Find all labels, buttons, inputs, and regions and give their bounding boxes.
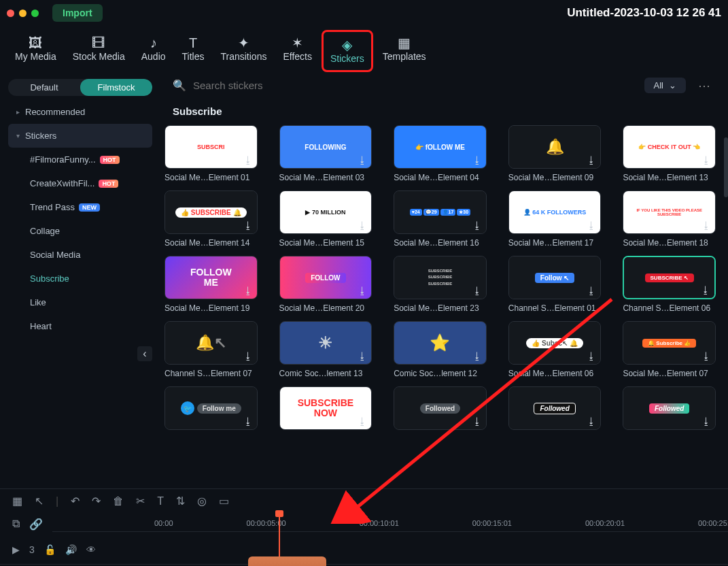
sticker-item[interactable]: ◆FOLLOW⭳Social Me…Element 20: [279, 256, 372, 313]
sticker-item[interactable]: ◆FOLLOWING⭳Social Me…Element 03: [279, 125, 372, 182]
download-icon[interactable]: ⭳: [701, 416, 711, 427]
download-icon[interactable]: ⭳: [587, 154, 596, 165]
sticker-thumb[interactable]: ◆👉 fOLLOW ME⭳: [394, 125, 487, 169]
sticker-item[interactable]: ◆SUBSCRIBESUBSCRIBESUBSCRIBE⭳Social Me…E…: [394, 256, 487, 313]
sticker-thumb[interactable]: ◆FOLLOWING⭳: [279, 125, 372, 169]
sticker-item[interactable]: ◆Followed⭳: [623, 386, 716, 434]
download-icon[interactable]: ⭳: [701, 154, 711, 165]
sticker-thumb[interactable]: ◆⭐⭳: [394, 321, 487, 365]
sticker-item[interactable]: ◆🐦Follow me⭳: [164, 386, 258, 434]
sidebar-item-subscribe[interactable]: Subscribe: [8, 267, 152, 290]
sticker-item[interactable]: ◆🔔 Subscribe 👍⭳Social Me…Element 07: [623, 321, 716, 378]
sidebar-item-social-media[interactable]: Social Media: [8, 243, 152, 267]
sidebar-item-trend-pass[interactable]: Trend PassNEW: [8, 195, 152, 219]
layout-icon[interactable]: ▦: [12, 495, 22, 507]
sticker-thumb[interactable]: ◆IF YOU LIKE THIS VIDEO PLEASE SUBSCRIBE…: [623, 190, 716, 234]
sticker-item[interactable]: ◆FOLLOWME⭳Social Me…Element 19: [164, 256, 258, 313]
minimize-icon[interactable]: [19, 10, 27, 17]
download-icon[interactable]: ⭳: [701, 284, 710, 295]
sticker-item[interactable]: ◆🔔⭳Social Me…Element 09: [508, 125, 602, 182]
timeline-clip[interactable]: ✪ Channel Subs: [248, 556, 326, 566]
cursor-icon[interactable]: ↖: [35, 495, 44, 507]
sticker-item[interactable]: ◆▶ 70 MILLION⭳Social Me…Element 15: [279, 190, 372, 248]
sticker-thumb[interactable]: ◆SUBSCRIBE ↖⭳: [623, 256, 716, 299]
scrollbar[interactable]: [724, 137, 728, 197]
collapse-sidebar-button[interactable]: ‹: [137, 346, 152, 361]
sticker-item[interactable]: ◆👉 CHECK IT OUT 👈⭳Social Me…Element 13: [623, 125, 716, 182]
cut-icon[interactable]: ✂: [136, 495, 145, 507]
download-icon[interactable]: ⭳: [472, 220, 482, 231]
sticker-thumb[interactable]: ◆☀⭳: [279, 321, 372, 365]
download-icon[interactable]: ⭳: [472, 154, 482, 165]
timeline[interactable]: ⧉ 🔗 00:0000:00:05:0000:00:10:0100:00:15:…: [0, 513, 728, 566]
tab-audio[interactable]: ♪Audio: [135, 30, 173, 72]
sticker-thumb[interactable]: ◆FOLLOW⭳: [279, 256, 372, 299]
sticker-item[interactable]: ◆Follow ↖⭳Channel S…Element 01: [508, 256, 602, 313]
sticker-item[interactable]: ◆IF YOU LIKE THIS VIDEO PLEASE SUBSCRIBE…: [623, 190, 716, 248]
download-icon[interactable]: ⭳: [243, 154, 253, 165]
sidebar-item-createxwithfil-[interactable]: CreateXwithFil...HOT: [8, 171, 152, 195]
tab-transitions[interactable]: ✦Transitions: [213, 30, 273, 72]
download-icon[interactable]: ⭳: [358, 416, 367, 427]
sticker-item[interactable]: ◆👍 Subsc↖ 🔔⭳Social Me…Element 06: [508, 321, 602, 378]
import-button[interactable]: Import: [52, 4, 103, 22]
maximize-icon[interactable]: [31, 10, 39, 17]
sticker-thumb[interactable]: ◆👍 Subsc↖ 🔔⭳: [508, 321, 602, 365]
sticker-thumb[interactable]: ◆Followed⭳: [508, 386, 602, 430]
tree-recommended[interactable]: Recommended: [8, 100, 152, 124]
download-icon[interactable]: ⭳: [587, 416, 596, 427]
download-icon[interactable]: ⭳: [701, 220, 711, 231]
sidebar-item--filmorafunny-[interactable]: #FilmoraFunny...HOT: [8, 148, 152, 171]
download-icon[interactable]: ⭳: [587, 220, 596, 231]
download-icon[interactable]: ⭳: [358, 154, 367, 165]
sticker-thumb[interactable]: ◆Followed⭳: [394, 386, 487, 430]
download-icon[interactable]: ⭳: [243, 350, 253, 361]
sticker-thumb[interactable]: ◆SUBSCRIBENOW⭳: [279, 386, 372, 430]
tab-stock-media[interactable]: 🎞Stock Media: [66, 30, 132, 72]
sidebar-item-collage[interactable]: Collage: [8, 219, 152, 243]
sticker-thumb[interactable]: ◆FOLLOWME⭳: [164, 256, 258, 299]
subtab-filmstock[interactable]: Filmstock: [80, 79, 152, 96]
sticker-thumb[interactable]: ◆SUBSCRI⭳: [164, 125, 258, 169]
visibility-icon[interactable]: 👁: [86, 544, 96, 555]
tree-stickers[interactable]: Stickers: [8, 124, 152, 148]
sticker-item[interactable]: ◆☀⭳Comic Soc…lement 13: [279, 321, 372, 378]
sticker-item[interactable]: ◆🔔↖⭳Channel S…Element 07: [164, 321, 258, 378]
mute-icon[interactable]: 🔊: [65, 544, 77, 555]
adjust-icon[interactable]: ⇅: [176, 495, 185, 507]
tab-effects[interactable]: ✶Effects: [276, 30, 319, 72]
download-icon[interactable]: ⭳: [358, 285, 367, 296]
sticker-thumb[interactable]: ◆🔔⭳: [508, 125, 602, 169]
sticker-thumb[interactable]: ◆👤 64 K FOLLOWERS⭳: [508, 190, 602, 234]
download-icon[interactable]: ⭳: [243, 416, 253, 427]
download-icon[interactable]: ⭳: [358, 220, 367, 231]
sticker-item[interactable]: ◆👉 fOLLOW ME⭳Social Me…Element 04: [394, 125, 487, 182]
subtab-default[interactable]: Default: [8, 79, 80, 96]
sticker-item[interactable]: ◆SUBSCRI⭳Social Me…Element 01: [164, 125, 258, 182]
sticker-item[interactable]: ◆SUBSCRIBE ↖⭳Channel S…Element 06: [623, 256, 716, 313]
delete-icon[interactable]: 🗑: [113, 495, 124, 507]
undo-icon[interactable]: ↶: [71, 495, 80, 507]
sidebar-item-like[interactable]: Like: [8, 290, 152, 314]
filter-dropdown[interactable]: All ⌄: [644, 78, 686, 93]
download-icon[interactable]: ⭳: [472, 285, 482, 296]
sticker-item[interactable]: ◆SUBSCRIBENOW⭳: [279, 386, 372, 434]
sticker-item[interactable]: ◆Followed⭳: [508, 386, 602, 434]
download-icon[interactable]: ⭳: [587, 285, 596, 296]
link-icon[interactable]: 🔗: [29, 518, 43, 531]
sticker-thumb[interactable]: ◆👉 CHECK IT OUT 👈⭳: [623, 125, 716, 169]
download-icon[interactable]: ⭳: [701, 350, 711, 361]
sidebar-item-heart[interactable]: Heart: [8, 314, 152, 338]
track-add-icon[interactable]: ⧉: [12, 518, 20, 530]
track-row[interactable]: ▶ 3 🔓 🔊 👁: [0, 535, 728, 565]
lock-icon[interactable]: 🔓: [44, 544, 56, 555]
tab-templates[interactable]: ▦Templates: [376, 30, 433, 72]
sticker-thumb[interactable]: ◆👍 SUBSCRIBE 🔔⭳: [164, 190, 258, 234]
more-options-button[interactable]: ⋯: [693, 78, 716, 93]
download-icon[interactable]: ⭳: [358, 350, 367, 361]
time-ruler[interactable]: 00:0000:00:05:0000:00:10:0100:00:15:0100…: [52, 516, 728, 532]
sticker-thumb[interactable]: ◆🐦Follow me⭳: [164, 386, 258, 430]
download-icon[interactable]: ⭳: [243, 285, 253, 296]
sticker-item[interactable]: ◆👍 SUBSCRIBE 🔔⭳Social Me…Element 14: [164, 190, 258, 248]
tab-stickers[interactable]: ◈Stickers: [322, 30, 373, 72]
